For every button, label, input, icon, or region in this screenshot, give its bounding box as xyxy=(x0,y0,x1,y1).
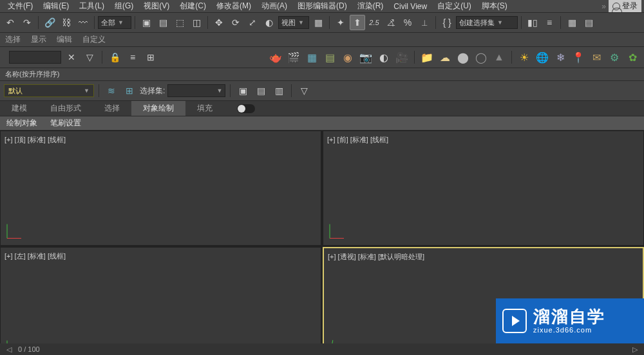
menu-customize[interactable]: 自定义(U) xyxy=(432,0,477,13)
ribbon-toggle[interactable] xyxy=(237,104,255,113)
window-crossing-button[interactable]: ◫ xyxy=(189,15,204,30)
undo-button[interactable]: ↶ xyxy=(3,15,18,30)
select-name-button[interactable]: ▤ xyxy=(155,15,171,30)
panel-icon[interactable]: ▤ xyxy=(322,50,337,65)
viewport-front[interactable]: [+] [前] [标准] [线框] xyxy=(323,131,644,246)
ring-icon[interactable]: ◯ xyxy=(473,50,489,65)
menu-tools[interactable]: 工具(L) xyxy=(74,0,109,13)
default-layer-dropdown[interactable]: 默认▼ xyxy=(4,84,94,97)
menu-animation[interactable]: 动画(A) xyxy=(256,0,292,13)
gear-icon[interactable]: ⚙ xyxy=(607,50,622,65)
viewport-top[interactable]: [+] [顶] [标准] [线框] xyxy=(0,131,321,246)
timeline-end-icon[interactable]: ▷ xyxy=(632,345,638,354)
bind-button[interactable]: 〰 xyxy=(75,15,91,30)
menu-view[interactable]: 视图(V) xyxy=(138,0,175,13)
cone-icon[interactable]: ▲ xyxy=(491,50,507,65)
place-button[interactable]: ◐ xyxy=(261,15,277,30)
filter-button[interactable]: ▽ xyxy=(82,50,97,65)
curve-editor-button[interactable]: ▤ xyxy=(581,15,596,30)
snow-icon[interactable]: ❄ xyxy=(553,50,568,65)
tab-objectpaint[interactable]: 对象绘制 xyxy=(131,101,185,116)
pivot-button[interactable]: ▦ xyxy=(310,15,326,30)
select-object-button[interactable]: ▣ xyxy=(138,15,154,30)
angle-snap-button[interactable]: 2.5 xyxy=(366,15,382,30)
scene-search-input[interactable] xyxy=(9,51,61,64)
sub-select[interactable]: 选择 xyxy=(5,34,21,45)
snap-toggle-button[interactable]: ⬆ xyxy=(350,15,365,30)
clear-search-button[interactable]: ✕ xyxy=(64,50,79,65)
menu-script[interactable]: 脚本(S) xyxy=(477,0,513,13)
material-icon[interactable]: ◉ xyxy=(340,50,355,65)
sub-custom[interactable]: 自定义 xyxy=(82,34,106,45)
frame-readout: 0 / 100 xyxy=(18,345,40,353)
layeradd-button[interactable]: ⊞ xyxy=(122,83,137,98)
menu-grapheditor[interactable]: 图形编辑器(D) xyxy=(292,0,352,13)
mirror-button[interactable]: ▮▯ xyxy=(525,15,540,30)
camera2-icon[interactable]: 🎥 xyxy=(394,50,410,65)
filter2-button[interactable]: ▽ xyxy=(296,83,312,98)
menu-edit[interactable]: 编辑(E) xyxy=(38,0,74,13)
timeline[interactable]: ◁ 0 / 100 ▷ xyxy=(0,343,644,355)
align-button[interactable]: ≡ xyxy=(542,15,557,30)
sphere-icon[interactable]: ⬤ xyxy=(455,50,471,65)
menu-create[interactable]: 创建(C) xyxy=(175,0,211,13)
list2-button[interactable]: ⊞ xyxy=(143,50,158,65)
grid-icon[interactable]: ▦ xyxy=(304,50,319,65)
watermark: 溜溜自学 zixue.3d66.com xyxy=(496,298,644,343)
play-icon[interactable]: ◁ xyxy=(6,345,12,354)
named-sel-button[interactable]: { } xyxy=(439,15,455,30)
menubar: 文件(F) 编辑(E) 工具(L) 组(G) 视图(V) 创建(C) 修改器(M… xyxy=(0,0,644,13)
move-button[interactable]: ✥ xyxy=(211,15,227,30)
sub-edit[interactable]: 编辑 xyxy=(57,34,72,45)
clip-icon[interactable]: ◐ xyxy=(376,50,392,65)
tab-populate[interactable]: 填充 xyxy=(185,101,224,116)
cloud-icon[interactable]: ☁ xyxy=(437,50,453,65)
sel-a-button[interactable]: ▣ xyxy=(235,83,251,98)
lock-button[interactable]: 🔒 xyxy=(107,50,122,65)
selset-label: 选择集: xyxy=(140,86,165,96)
subtab-brushsettings[interactable]: 笔刷设置 xyxy=(44,116,88,130)
menu-modifier[interactable]: 修改器(M) xyxy=(211,0,256,13)
menu-civilview[interactable]: Civil View xyxy=(388,1,432,12)
manipulate-button[interactable]: ✦ xyxy=(333,15,348,30)
sub-display[interactable]: 显示 xyxy=(31,34,46,45)
filter-dropdown[interactable]: 全部▼ xyxy=(98,16,131,29)
tab-selection[interactable]: 选择 xyxy=(93,101,131,116)
pin-icon[interactable]: 📍 xyxy=(571,50,586,65)
tab-modeling[interactable]: 建模 xyxy=(0,101,39,116)
refcoord-dropdown[interactable]: 视图▼ xyxy=(278,16,309,29)
sun-icon[interactable]: ☀ xyxy=(516,50,532,65)
named-sel-dropdown[interactable]: 创建选择集▼ xyxy=(456,16,518,29)
menu-group[interactable]: 组(G) xyxy=(109,0,138,13)
plant-icon[interactable]: ✿ xyxy=(625,50,640,65)
layer-button[interactable]: ▦ xyxy=(564,15,580,30)
sel-b-button[interactable]: ▤ xyxy=(253,83,269,98)
menu-file[interactable]: 文件(F) xyxy=(3,0,38,13)
redo-button[interactable]: ↷ xyxy=(19,15,35,30)
axis-button[interactable]: ⟂ xyxy=(417,15,432,30)
login-button[interactable]: 登录 xyxy=(609,0,641,12)
unlink-button[interactable]: ⛓ xyxy=(59,15,74,30)
folder-icon[interactable]: 📁 xyxy=(419,50,435,65)
sel-c-button[interactable]: ▥ xyxy=(271,83,287,98)
planet-icon[interactable]: 🌐 xyxy=(535,50,550,65)
viewport-left[interactable]: [+] [左] [标准] [线框] xyxy=(0,247,321,355)
percent-snap-button[interactable]: ⦨ xyxy=(383,15,399,30)
tab-freeform[interactable]: 自由形式 xyxy=(39,101,93,116)
spinner-snap-button[interactable]: % xyxy=(400,15,415,30)
layers-button[interactable]: ≋ xyxy=(104,83,119,98)
list-button[interactable]: ≡ xyxy=(125,50,140,65)
subtab-paintobject[interactable]: 绘制对象 xyxy=(0,116,44,130)
region-rect-button[interactable]: ⬚ xyxy=(172,15,187,30)
bird-icon[interactable]: ✉ xyxy=(589,50,604,65)
camera-icon[interactable]: 📷 xyxy=(358,50,374,65)
rotate-button[interactable]: ⟳ xyxy=(228,15,243,30)
row2: ✕ ▽ 🔒 ≡ ⊞ 🫖 🎬 ▦ ▤ ◉ 📷 ◐ 🎥 📁 ☁ ⬤ ◯ ▲ ☀ 🌐 … xyxy=(0,47,644,68)
menu-render[interactable]: 渲染(R) xyxy=(352,0,389,13)
selset-dropdown[interactable]: ▼ xyxy=(167,84,225,97)
teapot-icon[interactable]: 🫖 xyxy=(268,50,283,65)
scale-button[interactable]: ⤢ xyxy=(245,15,260,30)
menu-overflow-icon[interactable]: » xyxy=(599,2,609,11)
link-button[interactable]: 🔗 xyxy=(42,15,57,30)
film-icon[interactable]: 🎬 xyxy=(286,50,301,65)
